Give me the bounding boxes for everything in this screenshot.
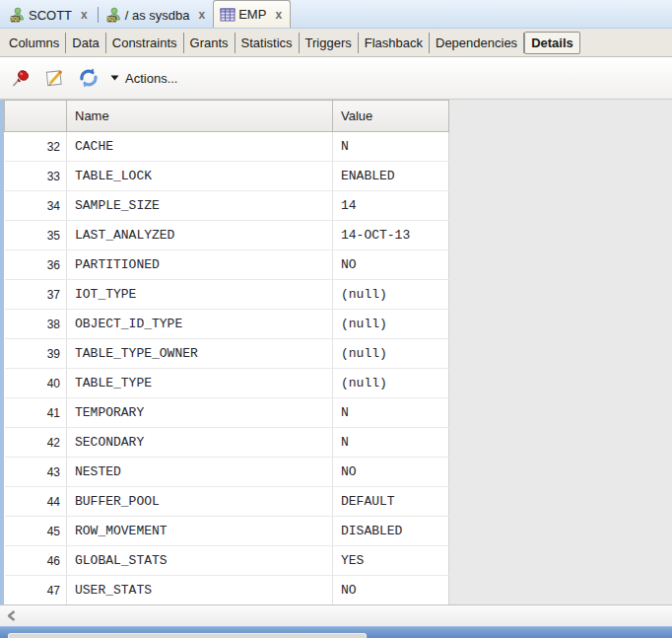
row-number-cell[interactable]: 38 — [5, 310, 67, 339]
close-icon[interactable]: x — [199, 9, 206, 21]
row-number-cell[interactable]: 43 — [5, 458, 67, 487]
name-cell[interactable]: TABLE_TYPE — [67, 369, 333, 398]
row-number-cell[interactable]: 47 — [5, 576, 67, 605]
tab-triggers[interactable]: Triggers — [300, 33, 359, 53]
scroll-left-button[interactable] — [2, 607, 20, 625]
table-row[interactable]: 41TEMPORARYN — [5, 398, 449, 428]
pin-button[interactable] — [10, 66, 34, 90]
name-cell[interactable]: ROW_MOVEMENT — [67, 517, 333, 546]
table-row[interactable]: 42SECONDARYN — [5, 428, 449, 458]
table-row[interactable]: 32CACHEN — [5, 132, 449, 162]
table-row[interactable]: 46GLOBAL_STATSYES — [5, 546, 449, 576]
actions-dropdown[interactable]: Actions... — [110, 71, 177, 86]
tab-details[interactable]: Details — [524, 32, 580, 54]
table-row[interactable]: 40TABLE_TYPE(null) — [5, 369, 449, 398]
name-cell[interactable]: LAST_ANALYZED — [67, 221, 333, 250]
tab-label: EMP — [238, 7, 266, 22]
value-cell[interactable]: (null) — [333, 280, 449, 310]
row-number-cell[interactable]: 46 — [5, 546, 67, 576]
tab-columns[interactable]: Columns — [3, 33, 66, 53]
value-cell[interactable]: YES — [333, 546, 449, 576]
row-number-cell[interactable]: 33 — [5, 162, 67, 191]
value-cell[interactable]: NO — [333, 576, 449, 605]
row-number-cell[interactable]: 42 — [5, 428, 67, 458]
value-column-header[interactable]: Value — [333, 101, 449, 132]
tab-label: / as sysdba — [125, 8, 190, 23]
row-number-cell[interactable]: 32 — [5, 132, 67, 162]
table-row[interactable]: 34SAMPLE_SIZE14 — [5, 191, 449, 221]
name-cell[interactable]: GLOBAL_STATS — [67, 546, 333, 576]
svg-text:SQL: SQL — [107, 17, 117, 22]
value-cell[interactable]: ENABLED — [333, 162, 449, 191]
value-cell[interactable]: DEFAULT — [333, 487, 449, 517]
tab-sysdba[interactable]: SQL / as sysdba x — [101, 2, 213, 28]
row-number-cell[interactable]: 41 — [5, 398, 67, 428]
name-cell[interactable]: SAMPLE_SIZE — [67, 191, 333, 221]
tab-separator — [98, 7, 99, 23]
refresh-icon — [77, 66, 101, 90]
bottom-splitter[interactable] — [0, 626, 672, 638]
tab-dependencies[interactable]: Dependencies — [430, 33, 524, 53]
row-number-cell[interactable]: 36 — [5, 250, 67, 280]
value-cell[interactable]: N — [333, 428, 449, 458]
name-cell[interactable]: PARTITIONED — [67, 250, 333, 280]
refresh-button[interactable] — [77, 66, 101, 90]
value-cell[interactable]: NO — [333, 458, 449, 487]
value-cell[interactable]: (null) — [333, 369, 449, 398]
name-cell[interactable]: OBJECT_ID_TYPE — [67, 310, 333, 339]
value-cell[interactable]: NO — [333, 250, 449, 280]
details-table-header: Name Value — [5, 101, 449, 132]
name-cell[interactable]: TABLE_TYPE_OWNER — [67, 339, 333, 369]
row-number-cell[interactable]: 34 — [5, 191, 67, 221]
table-row[interactable]: 45ROW_MOVEMENTDISABLED — [5, 517, 449, 546]
row-number-cell[interactable]: 35 — [5, 221, 67, 250]
row-number-cell[interactable]: 45 — [5, 517, 67, 546]
table-row[interactable]: 35LAST_ANALYZED14-OCT-13 — [5, 221, 449, 250]
tab-grants[interactable]: Grants — [184, 33, 235, 53]
name-cell[interactable]: SECONDARY — [67, 428, 333, 458]
table-row[interactable]: 39TABLE_TYPE_OWNER(null) — [5, 339, 449, 369]
tab-scott[interactable]: SQL SCOTT x — [4, 2, 96, 28]
value-cell[interactable]: N — [333, 132, 449, 162]
scroll-left-icon — [7, 610, 16, 621]
row-number-cell[interactable]: 39 — [5, 339, 67, 369]
horizontal-scrollbar[interactable] — [0, 604, 672, 626]
tab-statistics[interactable]: Statistics — [235, 33, 300, 53]
document-tabbar: SQL SCOTT x SQL / as sysdba x — [0, 0, 672, 29]
table-row[interactable]: 44BUFFER_POOLDEFAULT — [5, 487, 449, 517]
tab-data[interactable]: Data — [66, 33, 105, 53]
value-cell[interactable]: DISABLED — [333, 517, 449, 546]
table-row[interactable]: 43NESTEDNO — [5, 458, 449, 487]
row-number-header[interactable] — [5, 101, 67, 132]
tab-flashback[interactable]: Flashback — [359, 33, 430, 53]
name-cell[interactable]: CACHE — [67, 132, 333, 162]
table-row[interactable]: 36PARTITIONEDNO — [5, 250, 449, 280]
pencil-icon — [44, 67, 66, 89]
row-number-cell[interactable]: 40 — [5, 369, 67, 398]
name-cell[interactable]: TABLE_LOCK — [67, 162, 333, 191]
value-cell[interactable]: N — [333, 398, 449, 428]
value-cell[interactable]: (null) — [333, 339, 449, 369]
tab-constraints[interactable]: Constraints — [106, 33, 184, 53]
name-cell[interactable]: TEMPORARY — [67, 398, 333, 428]
name-cell[interactable]: IOT_TYPE — [67, 280, 333, 310]
row-number-cell[interactable]: 44 — [5, 487, 67, 517]
name-cell[interactable]: USER_STATS — [67, 576, 333, 605]
row-number-cell[interactable]: 37 — [5, 280, 67, 310]
table-row[interactable]: 33TABLE_LOCKENABLED — [5, 162, 449, 191]
edit-button[interactable] — [43, 66, 67, 90]
details-table: Name Value 32CACHEN33TABLE_LOCKENABLED34… — [4, 100, 449, 604]
value-cell[interactable]: 14-OCT-13 — [333, 221, 449, 250]
tab-emp[interactable]: EMP x — [213, 0, 291, 28]
name-cell[interactable]: NESTED — [67, 458, 333, 487]
close-icon[interactable]: x — [81, 9, 88, 21]
name-cell[interactable]: BUFFER_POOL — [67, 487, 333, 517]
sql-connection-icon: SQL — [106, 7, 122, 23]
value-cell[interactable]: 14 — [333, 191, 449, 221]
table-row[interactable]: 37IOT_TYPE(null) — [5, 280, 449, 310]
table-row[interactable]: 38OBJECT_ID_TYPE(null) — [5, 310, 449, 339]
table-row[interactable]: 47USER_STATSNO — [5, 576, 449, 605]
name-column-header[interactable]: Name — [67, 101, 333, 132]
value-cell[interactable]: (null) — [333, 310, 449, 339]
close-icon[interactable]: x — [275, 9, 282, 21]
